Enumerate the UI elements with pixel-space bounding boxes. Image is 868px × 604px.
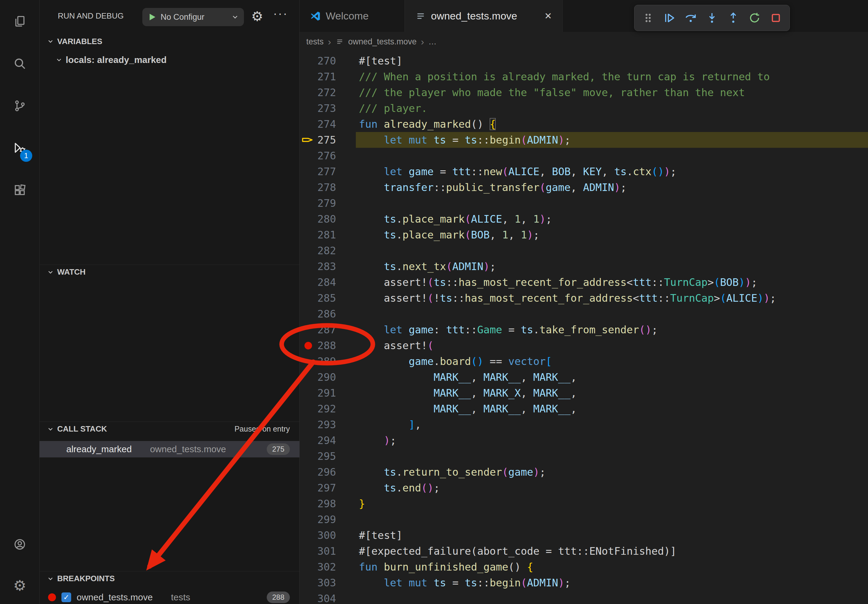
code-line[interactable]: 291 MARK__, MARK_X, MARK__, (299, 385, 868, 401)
explorer-icon[interactable] (13, 15, 26, 28)
code-line[interactable]: 289 game.board() == vector[ (299, 353, 868, 369)
section-breakpoints[interactable]: BREAKPOINTS (40, 571, 299, 586)
gutter-glyph-margin[interactable] (299, 401, 317, 417)
gutter-glyph-margin[interactable] (299, 464, 317, 480)
gutter-glyph-margin[interactable] (299, 417, 317, 432)
gutter-glyph-margin[interactable] (299, 274, 317, 290)
gutter-glyph-margin[interactable] (299, 116, 317, 132)
gutter-glyph-margin[interactable] (299, 195, 317, 211)
code-line[interactable]: 298} (299, 496, 868, 511)
code-line[interactable]: 282 (299, 243, 868, 259)
gutter-glyph-margin[interactable] (299, 559, 317, 575)
restart-button[interactable] (745, 9, 764, 27)
more-actions-icon[interactable]: ··· (273, 7, 288, 20)
gutter-glyph-margin[interactable] (299, 53, 317, 69)
code-line[interactable]: 300#[test] (299, 527, 868, 543)
gutter-glyph-margin[interactable] (299, 496, 317, 511)
code-line[interactable]: 277 let game = ttt::new(ALICE, BOB, KEY,… (299, 164, 868, 180)
step-over-button[interactable] (681, 9, 700, 27)
section-call-stack[interactable]: CALL STACK Paused on entry (40, 421, 299, 436)
gutter-glyph-margin[interactable] (299, 448, 317, 464)
gutter-glyph-margin[interactable] (299, 132, 317, 148)
code-line[interactable]: 284 assert!(ts::has_most_recent_for_addr… (299, 274, 868, 290)
code-line[interactable]: 272/// the player who made the "false" m… (299, 85, 868, 101)
code-line[interactable]: 295 (299, 448, 868, 464)
gutter-glyph-margin[interactable] (299, 148, 317, 164)
code-line[interactable]: 274fun already_marked() { (299, 116, 868, 132)
breadcrumb-file[interactable]: owned_tests.move (348, 37, 417, 46)
code-line[interactable]: 285 assert!(!ts::has_most_recent_for_add… (299, 290, 868, 306)
gutter-glyph-margin[interactable] (299, 85, 317, 101)
code-line[interactable]: 286 (299, 306, 868, 322)
code-line[interactable]: 301#[expected_failure(abort_code = ttt::… (299, 543, 868, 559)
extensions-icon[interactable] (13, 183, 26, 197)
tab-owned-tests-move[interactable]: owned_tests.move ✕ (405, 0, 563, 32)
code-line[interactable]: 273/// player. (299, 101, 868, 116)
continue-button[interactable] (660, 9, 679, 27)
code-line[interactable]: 271/// When a position is already marked… (299, 69, 868, 85)
code-line[interactable]: 304 (299, 591, 868, 604)
gutter-glyph-margin[interactable] (299, 306, 317, 322)
gutter-glyph-margin[interactable] (299, 385, 317, 401)
code-editor[interactable]: 270#[test]271/// When a position is alre… (299, 53, 868, 604)
section-variables[interactable]: VARIABLES (40, 34, 299, 49)
code-line[interactable]: 292 MARK__, MARK__, MARK__, (299, 401, 868, 417)
variables-scope-row[interactable]: locals: already_marked (55, 52, 167, 68)
gutter-glyph-margin[interactable] (299, 575, 317, 591)
code-line[interactable]: 293 ], (299, 417, 868, 432)
gutter-glyph-margin[interactable] (299, 290, 317, 306)
gutter-glyph-margin[interactable] (299, 480, 317, 496)
gutter-glyph-margin[interactable] (299, 243, 317, 259)
code-line[interactable]: 299 (299, 511, 868, 527)
drag-handle-icon[interactable] (639, 9, 657, 27)
step-into-button[interactable] (702, 9, 721, 27)
breadcrumb-tests[interactable]: tests (306, 37, 324, 46)
code-line[interactable]: 279 (299, 195, 868, 211)
gutter-glyph-margin[interactable] (299, 322, 317, 338)
breakpoint-dot[interactable] (304, 342, 312, 350)
breakpoint-checkbox[interactable]: ✓ (62, 592, 71, 602)
call-stack-frame[interactable]: already_marked owned_tests.move 275 (40, 441, 299, 457)
tab-welcome[interactable]: Welcome (299, 0, 405, 32)
code-line[interactable]: 294 ); (299, 432, 868, 448)
gutter-glyph-margin[interactable] (299, 180, 317, 195)
code-line[interactable]: 287 let game: ttt::Game = ts.take_from_s… (299, 322, 868, 338)
code-line[interactable]: 280 ts.place_mark(ALICE, 1, 1); (299, 211, 868, 227)
code-line[interactable]: 276 (299, 148, 868, 164)
close-icon[interactable]: ✕ (544, 11, 552, 21)
gutter-glyph-margin[interactable] (299, 227, 317, 243)
breakpoint-list-item[interactable]: ✓ owned_tests.move tests 288 (40, 589, 299, 604)
step-out-button[interactable] (724, 9, 743, 27)
gutter-glyph-margin[interactable] (299, 511, 317, 527)
code-line[interactable]: 296 ts.return_to_sender(game); (299, 464, 868, 480)
code-line[interactable]: 303 let mut ts = ts::begin(ADMIN); (299, 575, 868, 591)
gutter-glyph-margin[interactable] (299, 432, 317, 448)
debug-config-dropdown[interactable]: No Configur (142, 8, 244, 26)
gutter-glyph-margin[interactable] (299, 211, 317, 227)
code-line[interactable]: 283 ts.next_tx(ADMIN); (299, 259, 868, 274)
code-line[interactable]: 302fun burn_unfinished_game() { (299, 559, 868, 575)
gutter-glyph-margin[interactable] (299, 259, 317, 274)
breadcrumb-symbol[interactable]: … (428, 37, 436, 46)
gutter-glyph-margin[interactable] (299, 353, 317, 369)
gutter-glyph-margin[interactable] (299, 527, 317, 543)
stop-button[interactable] (766, 9, 785, 27)
code-line[interactable]: 288 assert!( (299, 338, 868, 353)
code-line[interactable]: 281 ts.place_mark(BOB, 1, 1); (299, 227, 868, 243)
gutter-glyph-margin[interactable] (299, 164, 317, 180)
code-line[interactable]: 278 transfer::public_transfer(game, ADMI… (299, 180, 868, 195)
start-debug-icon[interactable] (147, 12, 157, 22)
code-line[interactable]: 297 ts.end(); (299, 480, 868, 496)
gutter-glyph-margin[interactable] (299, 369, 317, 385)
section-watch[interactable]: WATCH (40, 265, 299, 279)
gutter-glyph-margin[interactable] (299, 543, 317, 559)
account-icon[interactable] (13, 538, 26, 551)
code-line[interactable]: 275 let mut ts = ts::begin(ADMIN); (299, 132, 868, 148)
code-line[interactable]: 290 MARK__, MARK__, MARK__, (299, 369, 868, 385)
gutter-glyph-margin[interactable] (299, 338, 317, 353)
source-control-icon[interactable] (13, 99, 26, 113)
code-line[interactable]: 270#[test] (299, 53, 868, 69)
gutter-glyph-margin[interactable] (299, 69, 317, 85)
search-icon[interactable] (13, 57, 26, 70)
gutter-glyph-margin[interactable] (299, 591, 317, 604)
